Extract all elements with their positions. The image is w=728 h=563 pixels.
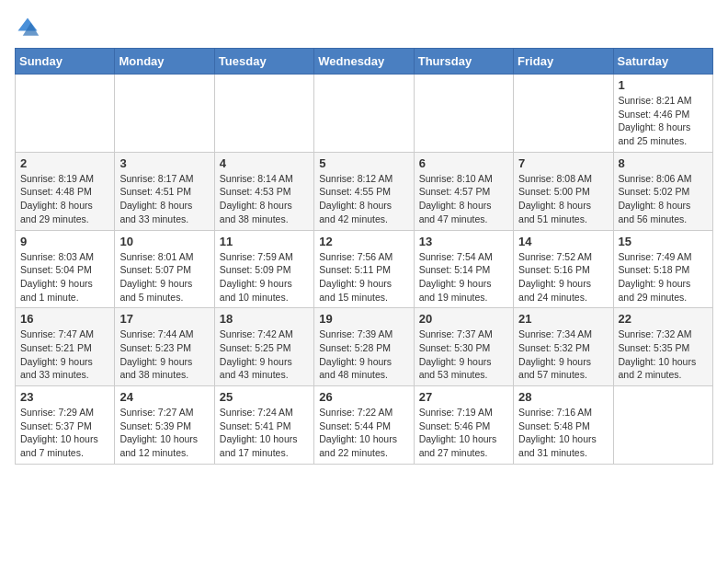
day-info: Sunrise: 7:37 AM Sunset: 5:30 PM Dayligh… [419,327,508,382]
day-number: 2 [20,156,109,170]
calendar-day-cell: 25Sunrise: 7:24 AM Sunset: 5:41 PM Dayli… [214,386,313,465]
day-number: 14 [518,235,608,248]
day-number: 17 [119,312,209,326]
calendar-day-cell: 3Sunrise: 8:17 AM Sunset: 4:51 PM Daylig… [115,152,214,230]
calendar-day-cell: 28Sunrise: 7:16 AM Sunset: 5:48 PM Dayli… [514,386,613,465]
calendar-day-cell: 5Sunrise: 8:12 AM Sunset: 4:55 PM Daylig… [314,152,414,230]
day-number: 7 [518,156,608,170]
day-info: Sunrise: 8:01 AM Sunset: 5:07 PM Dayligh… [119,250,209,304]
calendar-header-row: SundayMondayTuesdayWednesdayThursdayFrid… [16,49,713,75]
calendar-weekday-header: Saturday [613,49,712,75]
day-number: 26 [319,390,408,404]
calendar-weekday-header: Sunday [16,49,115,75]
day-number: 8 [619,156,708,170]
day-info: Sunrise: 7:52 AM Sunset: 5:16 PM Dayligh… [518,250,608,304]
day-info: Sunrise: 7:44 AM Sunset: 5:23 PM Dayligh… [119,327,209,382]
calendar-day-cell: 14Sunrise: 7:52 AM Sunset: 5:16 PM Dayli… [514,230,613,308]
day-info: Sunrise: 7:27 AM Sunset: 5:39 PM Dayligh… [119,406,209,460]
calendar-table: SundayMondayTuesdayWednesdayThursdayFrid… [15,48,713,465]
day-number: 21 [518,312,608,326]
day-number: 16 [20,312,109,326]
calendar-day-cell: 12Sunrise: 7:56 AM Sunset: 5:11 PM Dayli… [314,230,414,308]
day-info: Sunrise: 7:34 AM Sunset: 5:32 PM Dayligh… [518,327,608,382]
day-number: 15 [619,235,708,248]
calendar-day-cell: 23Sunrise: 7:29 AM Sunset: 5:37 PM Dayli… [16,386,115,465]
day-info: Sunrise: 7:49 AM Sunset: 5:18 PM Dayligh… [619,250,708,304]
day-number: 27 [419,390,508,404]
calendar-week-row: 1Sunrise: 8:21 AM Sunset: 4:46 PM Daylig… [16,75,713,153]
day-info: Sunrise: 8:03 AM Sunset: 5:04 PM Dayligh… [20,250,109,304]
day-info: Sunrise: 8:12 AM Sunset: 4:55 PM Dayligh… [319,172,408,226]
calendar-week-row: 16Sunrise: 7:47 AM Sunset: 5:21 PM Dayli… [16,308,713,386]
calendar-day-cell: 6Sunrise: 8:10 AM Sunset: 4:57 PM Daylig… [414,152,513,230]
calendar-day-cell [314,75,414,153]
day-number: 13 [419,235,508,248]
day-info: Sunrise: 8:06 AM Sunset: 5:02 PM Dayligh… [619,172,708,226]
calendar-day-cell: 20Sunrise: 7:37 AM Sunset: 5:30 PM Dayli… [414,308,513,386]
calendar-day-cell: 24Sunrise: 7:27 AM Sunset: 5:39 PM Dayli… [115,386,214,465]
calendar-day-cell: 10Sunrise: 8:01 AM Sunset: 5:07 PM Dayli… [115,230,214,308]
day-info: Sunrise: 7:24 AM Sunset: 5:41 PM Dayligh… [220,406,309,460]
logo-icon [15,15,40,40]
calendar-week-row: 9Sunrise: 8:03 AM Sunset: 5:04 PM Daylig… [16,230,713,308]
day-info: Sunrise: 7:42 AM Sunset: 5:25 PM Dayligh… [220,327,309,382]
calendar-day-cell: 22Sunrise: 7:32 AM Sunset: 5:35 PM Dayli… [613,308,712,386]
day-number: 4 [220,156,309,170]
calendar-day-cell: 26Sunrise: 7:22 AM Sunset: 5:44 PM Dayli… [314,386,414,465]
day-info: Sunrise: 8:17 AM Sunset: 4:51 PM Dayligh… [119,172,209,226]
calendar-day-cell: 16Sunrise: 7:47 AM Sunset: 5:21 PM Dayli… [16,308,115,386]
calendar-day-cell: 7Sunrise: 8:08 AM Sunset: 5:00 PM Daylig… [514,152,613,230]
day-number: 11 [220,235,309,248]
day-number: 19 [319,312,408,326]
day-number: 20 [419,312,508,326]
calendar-day-cell: 19Sunrise: 7:39 AM Sunset: 5:28 PM Dayli… [314,308,414,386]
calendar-weekday-header: Thursday [414,49,513,75]
calendar-day-cell: 13Sunrise: 7:54 AM Sunset: 5:14 PM Dayli… [414,230,513,308]
day-number: 10 [119,235,209,248]
day-number: 9 [20,235,109,248]
day-info: Sunrise: 8:19 AM Sunset: 4:48 PM Dayligh… [20,172,109,226]
calendar-week-row: 23Sunrise: 7:29 AM Sunset: 5:37 PM Dayli… [16,386,713,465]
day-number: 23 [20,390,109,404]
calendar-day-cell [16,75,115,153]
calendar-weekday-header: Tuesday [214,49,313,75]
day-number: 22 [619,312,708,326]
day-info: Sunrise: 7:29 AM Sunset: 5:37 PM Dayligh… [20,406,109,460]
calendar-day-cell [214,75,313,153]
day-number: 28 [518,390,608,404]
day-number: 12 [319,235,408,248]
calendar-weekday-header: Friday [514,49,613,75]
calendar-day-cell: 1Sunrise: 8:21 AM Sunset: 4:46 PM Daylig… [613,75,712,153]
calendar-weekday-header: Monday [115,49,214,75]
day-info: Sunrise: 7:56 AM Sunset: 5:11 PM Dayligh… [319,250,408,304]
calendar-day-cell: 11Sunrise: 7:59 AM Sunset: 5:09 PM Dayli… [214,230,313,308]
calendar-day-cell: 17Sunrise: 7:44 AM Sunset: 5:23 PM Dayli… [115,308,214,386]
day-info: Sunrise: 7:39 AM Sunset: 5:28 PM Dayligh… [319,327,408,382]
day-info: Sunrise: 8:21 AM Sunset: 4:46 PM Dayligh… [619,94,708,148]
page-header [15,15,713,40]
calendar-day-cell: 27Sunrise: 7:19 AM Sunset: 5:46 PM Dayli… [414,386,513,465]
day-info: Sunrise: 7:32 AM Sunset: 5:35 PM Dayligh… [619,327,708,382]
calendar-day-cell [613,386,712,465]
calendar-weekday-header: Wednesday [314,49,414,75]
day-number: 5 [319,156,408,170]
day-info: Sunrise: 8:14 AM Sunset: 4:53 PM Dayligh… [220,172,309,226]
calendar-day-cell: 21Sunrise: 7:34 AM Sunset: 5:32 PM Dayli… [514,308,613,386]
day-number: 24 [119,390,209,404]
calendar-day-cell: 2Sunrise: 8:19 AM Sunset: 4:48 PM Daylig… [16,152,115,230]
day-info: Sunrise: 7:47 AM Sunset: 5:21 PM Dayligh… [20,327,109,382]
calendar-day-cell [514,75,613,153]
calendar-day-cell: 18Sunrise: 7:42 AM Sunset: 5:25 PM Dayli… [214,308,313,386]
day-info: Sunrise: 7:54 AM Sunset: 5:14 PM Dayligh… [419,250,508,304]
logo [15,15,44,40]
calendar-day-cell: 4Sunrise: 8:14 AM Sunset: 4:53 PM Daylig… [214,152,313,230]
calendar-day-cell [115,75,214,153]
calendar-day-cell: 15Sunrise: 7:49 AM Sunset: 5:18 PM Dayli… [613,230,712,308]
day-number: 18 [220,312,309,326]
day-number: 6 [419,156,508,170]
calendar-week-row: 2Sunrise: 8:19 AM Sunset: 4:48 PM Daylig… [16,152,713,230]
day-info: Sunrise: 7:22 AM Sunset: 5:44 PM Dayligh… [319,406,408,460]
day-info: Sunrise: 7:59 AM Sunset: 5:09 PM Dayligh… [220,250,309,304]
day-number: 3 [119,156,209,170]
day-info: Sunrise: 7:16 AM Sunset: 5:48 PM Dayligh… [518,406,608,460]
